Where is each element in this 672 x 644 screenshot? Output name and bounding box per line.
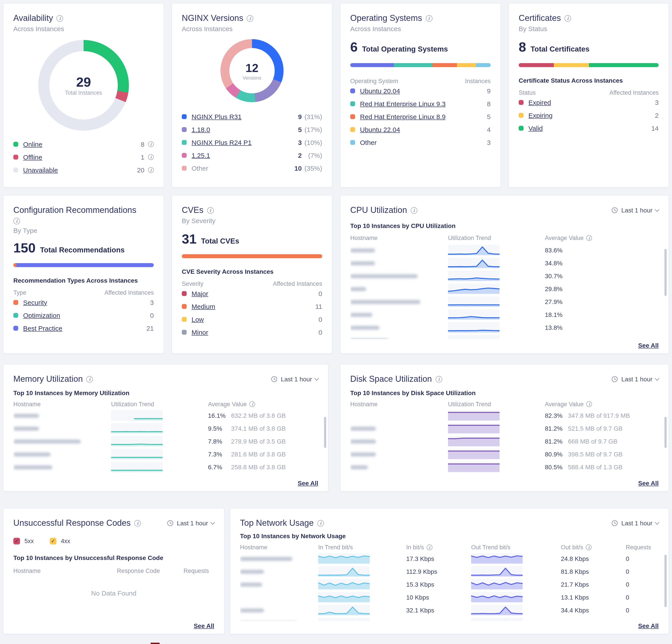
legend-link[interactable]: Unavailable	[23, 166, 58, 174]
type-link[interactable]: Best Practice	[23, 324, 62, 332]
status-link[interactable]: Expiring	[528, 111, 552, 119]
utilization-sparkline	[448, 410, 500, 421]
card-subtitle: Across Instances	[13, 24, 154, 34]
scrollbar[interactable]	[324, 417, 326, 448]
see-all-link[interactable]: See All	[194, 622, 214, 629]
checkbox-checked-icon[interactable]: ✓	[50, 538, 57, 545]
severity-link[interactable]: Low	[192, 315, 204, 323]
utilization-sparkline	[448, 322, 500, 333]
list-item: Low 0	[182, 313, 322, 326]
see-all-link[interactable]: See All	[298, 479, 318, 487]
info-icon[interactable]: i	[13, 217, 20, 224]
legend-item: NGINX Plus R31 9 (31%)	[182, 110, 322, 123]
os-link[interactable]: Red Hat Enterprise Linux 9.3	[360, 100, 446, 108]
time-range-select[interactable]: Last 1 hour	[611, 207, 659, 214]
info-icon[interactable]: i	[57, 15, 63, 22]
scrollbar[interactable]	[664, 249, 667, 296]
legend-percent: (10%)	[302, 139, 322, 146]
os-link[interactable]: Ubuntu 20.04	[360, 87, 400, 95]
table-row: 112.9 Kbps 81.8 Kbps 0	[240, 566, 659, 577]
info-icon[interactable]: i	[207, 207, 214, 214]
affected-count: 11	[315, 303, 322, 310]
legend-link[interactable]: NGINX Plus R24 P1	[192, 139, 252, 146]
col-header-trend: Utilization Trend	[448, 235, 545, 241]
legend-link[interactable]: Offline	[23, 153, 42, 161]
status-link[interactable]: Valid	[528, 124, 543, 132]
info-icon[interactable]: i	[586, 401, 592, 407]
info-icon[interactable]: i	[427, 545, 432, 550]
col-header-affected: Affected Instances	[273, 281, 322, 287]
clock-icon	[611, 520, 618, 527]
table-row: 10 Kbps 13.1 Kbps 0	[240, 592, 659, 603]
config-recommendations-card: Configuration Recommendations i By Type …	[3, 195, 164, 354]
info-icon[interactable]: i	[148, 154, 154, 160]
info-icon[interactable]: i	[425, 15, 432, 22]
card-subtitle: Across Instances	[350, 24, 491, 34]
info-icon[interactable]: i	[317, 520, 324, 526]
legend-swatch	[13, 313, 18, 318]
see-all-link[interactable]: See All	[638, 342, 659, 349]
average-value: 29.8%	[545, 285, 659, 293]
availability-donut-chart[interactable]: 29 Total Instances	[38, 40, 129, 131]
recommendation-types-list: Security 3 Optimization 0 Best Practice …	[13, 296, 154, 335]
info-icon[interactable]: i	[86, 376, 93, 382]
donut-total-label: Total Instances	[65, 90, 102, 96]
type-link[interactable]: Security	[23, 299, 47, 306]
time-range-value: Last 1 hour	[621, 520, 652, 527]
legend-link[interactable]: Online	[23, 141, 43, 148]
severity-link[interactable]: Major	[192, 290, 208, 297]
see-all-link[interactable]: See All	[638, 479, 659, 487]
time-range-select[interactable]: Last 1 hour	[611, 375, 659, 383]
info-icon[interactable]: i	[134, 520, 141, 526]
col-header-out: Out bit/s	[561, 544, 583, 551]
legend-swatch	[519, 100, 524, 105]
memory-utilization-card: Memory Utilization i Last 1 hour Top 10 …	[3, 364, 328, 491]
severity-link[interactable]: Minor	[192, 329, 208, 336]
out-trend-sparkline	[471, 553, 523, 564]
bar-segment	[589, 63, 659, 67]
scrollbar[interactable]	[664, 554, 667, 607]
info-icon[interactable]: i	[148, 167, 154, 173]
info-icon[interactable]: i	[586, 545, 592, 550]
time-range-select[interactable]: Last 1 hour	[271, 375, 318, 383]
see-all-link[interactable]: See All	[638, 622, 659, 629]
os-link[interactable]: Other	[360, 139, 377, 146]
os-link[interactable]: Ubuntu 22.04	[360, 126, 400, 133]
out-trend-sparkline	[471, 592, 523, 603]
utilization-sparkline	[111, 436, 163, 447]
in-value: 10 Kbps	[406, 594, 471, 601]
legend-link[interactable]: 1.25.1	[192, 152, 210, 159]
out-value: 24.6 Kbps	[561, 620, 626, 621]
info-icon[interactable]: i	[411, 207, 417, 214]
info-icon[interactable]: i	[564, 15, 571, 22]
legend-link[interactable]: 1.18.0	[192, 126, 210, 133]
out-value: 13.1 Kbps	[561, 594, 626, 601]
info-icon[interactable]: i	[250, 401, 255, 407]
hostname-blurred	[240, 582, 262, 586]
legend-link[interactable]: NGINX Plus R31	[192, 113, 242, 120]
time-range-select[interactable]: Last 1 hour	[167, 520, 214, 527]
checkbox-checked-icon[interactable]: ✓	[13, 538, 20, 545]
legend-swatch	[182, 330, 187, 335]
time-range-select[interactable]: Last 1 hour	[611, 520, 659, 527]
status-link[interactable]: Expired	[528, 99, 551, 106]
os-link[interactable]: Red Hat Enterprise Linux 8.9	[360, 113, 446, 120]
utilization-sparkline	[448, 309, 500, 320]
bar-segment	[457, 63, 476, 67]
clock-icon	[611, 375, 618, 383]
col-header-response-code: Response Code	[117, 568, 183, 574]
info-icon[interactable]: i	[586, 235, 592, 241]
severity-link[interactable]: Medium	[192, 303, 215, 310]
scrollbar[interactable]	[664, 417, 667, 448]
hostname-blurred	[13, 465, 52, 469]
nginx-versions-donut-chart[interactable]: 12 Versions	[220, 39, 284, 102]
info-icon[interactable]: i	[148, 141, 154, 147]
table-row	[350, 335, 659, 339]
table-row: 6.7%258.8 MB of 3.8 GB	[13, 462, 318, 473]
type-link[interactable]: Optimization	[23, 312, 60, 319]
info-icon[interactable]: i	[435, 376, 442, 382]
card-subtitle: By Severity	[182, 216, 322, 226]
legend-link[interactable]: Other	[192, 165, 208, 172]
info-icon[interactable]: i	[247, 15, 254, 22]
card-subtitle: By Status	[519, 24, 659, 34]
